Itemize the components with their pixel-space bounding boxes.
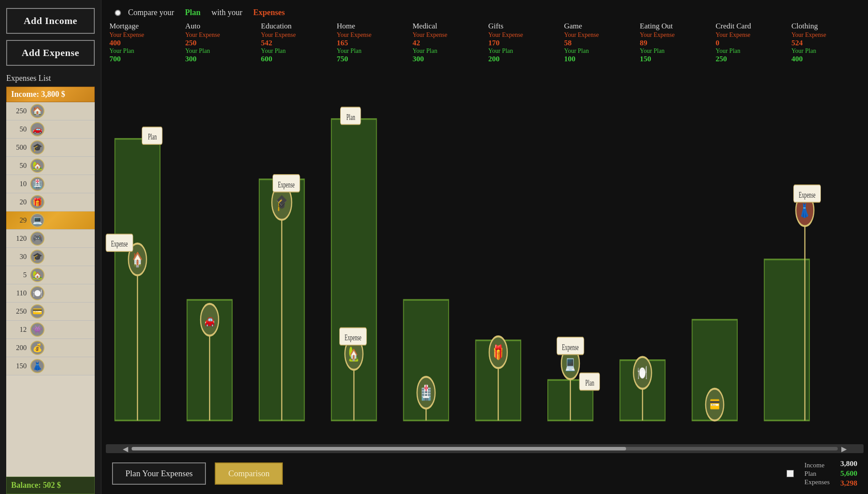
- list-item[interactable]: 500 🎓: [6, 139, 95, 157]
- category-mortgage: Mortgage Your Expense 400 Your Plan 700: [106, 22, 181, 64]
- scrollbar-track[interactable]: [132, 447, 838, 450]
- svg-text:Plan: Plan: [585, 378, 594, 387]
- compare-header: Compare your Plan with your Expenses: [101, 0, 868, 22]
- plan-text: Plan: [185, 8, 201, 17]
- creditcard-icon: 💳: [30, 304, 44, 319]
- expenses-list: 250 🏠 50 🚗 500 🎓 50 🏡 10 🏥 20 🎁 29 💻 12: [6, 102, 95, 477]
- svg-text:💻: 💻: [565, 355, 575, 372]
- list-item[interactable]: 12 👾: [6, 321, 95, 339]
- svg-text:🏠: 🏠: [133, 251, 143, 268]
- svg-text:🎁: 🎁: [493, 343, 503, 361]
- svg-text:Plan: Plan: [346, 112, 355, 122]
- plan-expenses-button[interactable]: Plan Your Expenses: [112, 462, 206, 485]
- scroll-left-arrow[interactable]: ◀: [119, 445, 132, 453]
- category-game: Game Your Expense 58 Your Plan 100: [560, 22, 636, 64]
- eating-icon: 🍽️: [30, 286, 44, 300]
- add-expense-button[interactable]: Add Expense: [6, 40, 95, 66]
- scrollbar-thumb[interactable]: [132, 447, 626, 450]
- money-icon: 💰: [30, 341, 44, 355]
- gamepad-icon: 🎮: [30, 231, 44, 246]
- list-item[interactable]: 10 🏥: [6, 175, 95, 193]
- list-item[interactable]: 5 🏡: [6, 266, 95, 284]
- svg-text:Expense: Expense: [562, 342, 579, 352]
- list-item[interactable]: 110 🍽️: [6, 284, 95, 303]
- clothing-icon: 👗: [30, 359, 44, 373]
- svg-text:🏥: 🏥: [421, 384, 431, 401]
- category-credit-card: Credit Card Your Expense 0 Your Plan 250: [712, 22, 788, 64]
- list-item[interactable]: 50 🏡: [6, 157, 95, 175]
- expenses-stat-label: Expenses: [804, 478, 830, 486]
- plan-stat-label: Plan: [804, 470, 816, 478]
- svg-rect-51: [764, 259, 809, 420]
- bar-chart: 🏠 Expense Plan 🚗 🎓 Expense: [101, 64, 868, 444]
- balance-bar: Balance: 502 $: [6, 477, 95, 494]
- game-icon: 💻: [30, 213, 44, 227]
- legend-box: [787, 470, 794, 477]
- scroll-right-arrow[interactable]: ▶: [838, 445, 850, 453]
- categories-row: Mortgage Your Expense 400 Your Plan 700 …: [101, 22, 868, 64]
- chart-section: 🏠 Expense Plan 🚗 🎓 Expense: [101, 64, 868, 453]
- svg-text:💳: 💳: [710, 396, 720, 413]
- expenses-text: Expenses: [253, 8, 285, 17]
- category-gifts: Gifts Your Expense 170 Your Plan 200: [485, 22, 560, 64]
- medical-icon: 🏥: [30, 177, 44, 191]
- piggy-icon: 👾: [30, 323, 44, 337]
- category-home: Home Your Expense 165 Your Plan 750: [333, 22, 409, 64]
- category-eating-out: Eating Out Your Expense 89 Your Plan 150: [636, 22, 712, 64]
- comparison-button[interactable]: Comparison: [215, 462, 283, 485]
- svg-text:Plan: Plan: [148, 132, 157, 141]
- list-item[interactable]: 200 💰: [6, 339, 95, 357]
- list-item[interactable]: 30 🎓: [6, 248, 95, 266]
- svg-text:Expense: Expense: [111, 239, 128, 249]
- expenses-stat-value: 3,298: [840, 479, 857, 488]
- svg-text:Expense: Expense: [799, 190, 816, 200]
- svg-text:👗: 👗: [800, 201, 810, 219]
- svg-text:Expense: Expense: [345, 333, 362, 343]
- sidebar: Add Income Add Expense Expenses List Inc…: [0, 0, 101, 494]
- education-icon: 🎓: [30, 140, 44, 155]
- list-item[interactable]: 120 🎮: [6, 230, 95, 248]
- stats-panel: Income Plan Expenses 3,800 5,600 3,298: [787, 459, 857, 488]
- house-icon: 🏡: [30, 159, 44, 173]
- category-auto: Auto Your Expense 250 Your Plan 300: [181, 22, 257, 64]
- income-stat-label: Income: [804, 462, 824, 469]
- list-item[interactable]: 250 🏠: [6, 102, 95, 120]
- svg-text:🍽️: 🍽️: [637, 364, 647, 381]
- home-icon: 🏠: [30, 104, 44, 118]
- compare-dot: [115, 10, 121, 16]
- expenses-list-label: Expenses List: [6, 74, 95, 83]
- list-item[interactable]: 20 🎁: [6, 193, 95, 211]
- income-stat-value: 3,800: [840, 459, 857, 468]
- category-clothing: Clothing Your Expense 524 Your Plan 400: [788, 22, 864, 64]
- home2-icon: 🏡: [30, 268, 44, 282]
- scrollbar[interactable]: ◀ ▶: [106, 444, 864, 453]
- add-income-button[interactable]: Add Income: [6, 8, 95, 34]
- auto-icon: 🚗: [30, 122, 44, 136]
- bottom-bar: Plan Your Expenses Comparison Income Pla…: [101, 453, 868, 494]
- category-education: Education Your Expense 542 Your Plan 600: [257, 22, 333, 64]
- list-item[interactable]: 250 💳: [6, 303, 95, 321]
- list-item[interactable]: 150 👗: [6, 357, 95, 375]
- grad-icon: 🎓: [30, 250, 44, 264]
- svg-text:Expense: Expense: [278, 179, 295, 189]
- gift-icon: 🎁: [30, 195, 44, 209]
- svg-text:🏡: 🏡: [349, 345, 359, 362]
- plan-stat-value: 5,600: [840, 469, 857, 478]
- list-item-active[interactable]: 29 💻: [6, 211, 95, 230]
- income-bar: Income: 3,800 $: [6, 87, 95, 102]
- category-medical: Medical Your Expense 42 Your Plan 300: [409, 22, 485, 64]
- svg-text:🚗: 🚗: [205, 311, 215, 328]
- svg-text:🎓: 🎓: [276, 193, 288, 212]
- main-content: Compare your Plan with your Expenses Mor…: [101, 0, 868, 494]
- list-item[interactable]: 50 🚗: [6, 120, 95, 139]
